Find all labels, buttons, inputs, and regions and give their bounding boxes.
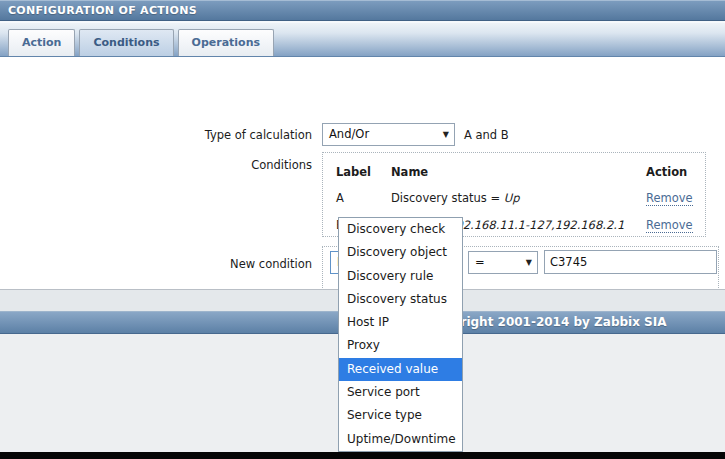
dropdown-option[interactable]: Host IP	[339, 311, 462, 334]
dropdown-option-selected[interactable]: Received value	[339, 358, 462, 381]
type-of-calculation-select[interactable]: And/Or ▼	[322, 123, 455, 146]
condition-label: A	[336, 191, 391, 205]
condition-type-dropdown-list: Discovery check Discovery object Discove…	[338, 217, 463, 452]
dropdown-option[interactable]: Discovery object	[339, 241, 462, 264]
page-title: CONFIGURATION OF ACTIONS	[0, 0, 725, 21]
conditions-label: Conditions	[0, 158, 312, 172]
tab-conditions[interactable]: Conditions	[79, 29, 173, 56]
dropdown-option[interactable]: Service port	[339, 381, 462, 404]
condition-operator-select[interactable]: = ▼	[468, 251, 538, 274]
tab-operations[interactable]: Operations	[178, 29, 275, 56]
condition-value-input[interactable]	[544, 250, 717, 274]
dropdown-option[interactable]: Discovery rule	[339, 265, 462, 288]
type-of-calculation-label: Type of calculation	[0, 128, 312, 142]
chevron-down-icon: ▼	[526, 252, 532, 273]
condition-operator-value: =	[475, 255, 485, 269]
dropdown-option[interactable]: Service type	[339, 404, 462, 427]
tab-strip: Action Conditions Operations	[0, 21, 725, 57]
chevron-down-icon: ▼	[443, 124, 449, 145]
tab-action[interactable]: Action	[8, 29, 75, 56]
table-row: A Discovery status = Up Remove	[336, 184, 705, 211]
zabbix-window: CONFIGURATION OF ACTIONS Action Conditio…	[0, 0, 725, 459]
dropdown-option[interactable]: Proxy	[339, 334, 462, 357]
conditions-table-header: Label Name Action	[336, 159, 705, 184]
remove-link[interactable]: Remove	[646, 218, 693, 233]
condition-name-value: 192.168.11.1-127,192.168.2.1	[448, 218, 624, 232]
calculation-expression: A and B	[464, 128, 509, 142]
condition-name-value: Up	[504, 191, 520, 205]
new-condition-label: New condition	[0, 257, 312, 271]
dropdown-option[interactable]: Discovery status	[339, 288, 462, 311]
dropdown-option[interactable]: Uptime/Downtime	[339, 428, 462, 451]
column-header-name: Name	[391, 165, 646, 179]
tab-list: Action Conditions Operations	[8, 29, 274, 56]
column-header-action: Action	[646, 165, 704, 179]
bottom-black-bar	[0, 452, 725, 459]
condition-name: Discovery status = Up	[391, 191, 646, 205]
column-header-label: Label	[336, 165, 391, 179]
condition-name-prefix: Discovery status =	[391, 191, 504, 205]
dropdown-option[interactable]: Discovery check	[339, 218, 462, 241]
type-of-calculation-value: And/Or	[329, 127, 369, 141]
remove-link[interactable]: Remove	[646, 191, 693, 206]
